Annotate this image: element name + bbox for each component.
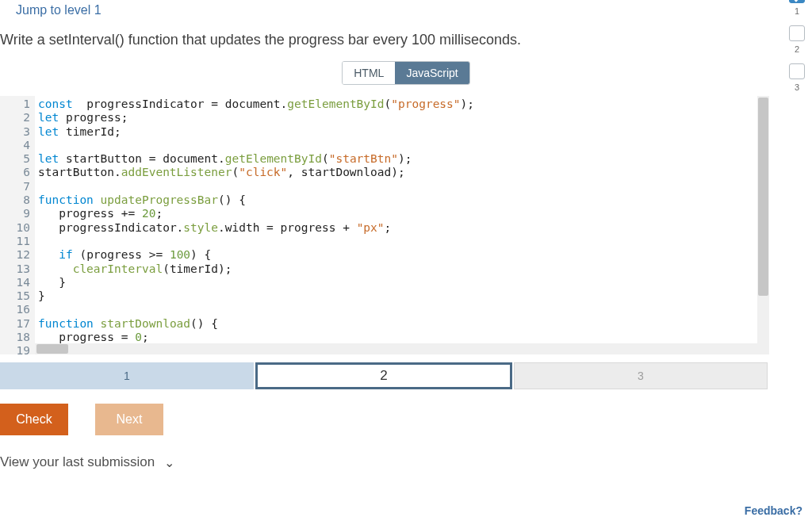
side-step-3-label: 3 xyxy=(795,82,799,92)
action-buttons: Check Next xyxy=(0,404,812,435)
level-stepper: 1 2 3 xyxy=(0,362,769,389)
check-button[interactable]: Check xyxy=(0,404,68,435)
jump-link[interactable]: Jump to level 1 xyxy=(0,0,812,25)
side-step-2-icon xyxy=(789,25,805,41)
view-last-submission[interactable]: View your last submission ⌄ xyxy=(0,454,812,470)
code-area[interactable]: const progressIndicator = document.getEl… xyxy=(35,96,769,354)
scrollbar-vertical[interactable] xyxy=(757,96,769,354)
level-3[interactable]: 3 xyxy=(514,362,768,389)
view-last-submission-label: View your last submission xyxy=(0,454,155,470)
side-step-1-icon xyxy=(789,0,805,3)
line-gutter: 12345678910111213141516171819 xyxy=(0,96,35,354)
tab-html[interactable]: HTML xyxy=(343,62,395,84)
scrollbar-horizontal-thumb[interactable] xyxy=(36,344,68,354)
side-step-2-label: 2 xyxy=(795,44,799,54)
feedback-link[interactable]: Feedback? xyxy=(745,504,802,517)
tab-javascript[interactable]: JavaScript xyxy=(395,62,469,84)
question-prompt: Write a setInterval() function that upda… xyxy=(0,25,812,61)
chevron-down-icon: ⌄ xyxy=(164,455,174,470)
level-2[interactable]: 2 xyxy=(255,362,512,389)
side-step-1-label: 1 xyxy=(795,6,799,16)
next-button[interactable]: Next xyxy=(95,404,163,435)
language-tabs: HTML JavaScript xyxy=(0,61,812,85)
level-1[interactable]: 1 xyxy=(0,362,254,389)
code-editor[interactable]: 12345678910111213141516171819 const prog… xyxy=(0,96,769,354)
scrollbar-vertical-thumb[interactable] xyxy=(758,98,768,296)
side-step-3-icon xyxy=(789,63,805,79)
side-progress: 1 2 3 xyxy=(785,0,809,98)
scrollbar-horizontal[interactable] xyxy=(35,343,757,354)
